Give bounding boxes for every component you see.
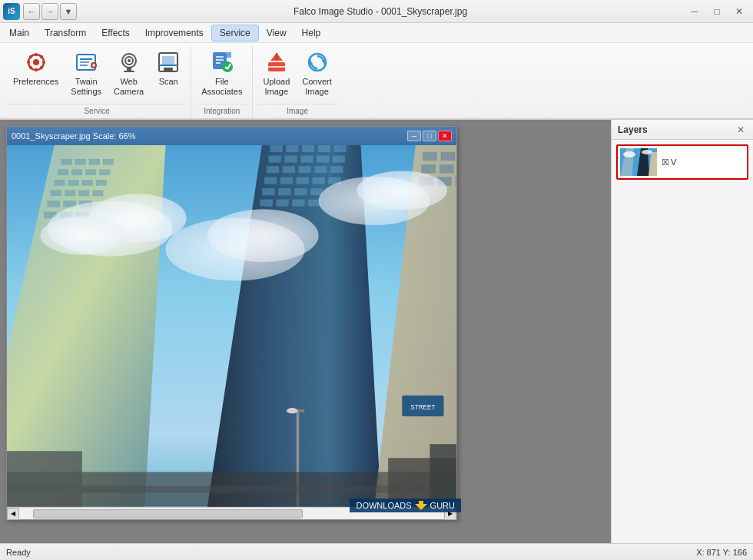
ribbon-group-image: UploadImage ConvertImage Image [253,46,341,118]
menu-transform[interactable]: Transform [37,25,94,41]
svg-rect-92 [276,200,288,207]
menu-main[interactable]: Main [2,25,37,41]
preferences-button[interactable]: Preferences [8,46,64,91]
canvas-area: 0001_Skyscraper.jpg Scale: 66% ─ □ ✕ [0,120,611,543]
svg-point-130 [623,151,635,157]
back-button[interactable]: ← [23,3,40,20]
layer-thumbnail [620,148,657,176]
convert-image-button[interactable]: ConvertImage [297,46,337,101]
skyscraper-image: STREET [7,145,456,507]
svg-rect-28 [227,52,231,58]
svg-text:STREET: STREET [410,404,435,411]
layers-header: Layers ✕ [612,120,753,140]
menu-improvements[interactable]: Improvements [138,25,211,41]
svg-rect-76 [333,156,345,163]
svg-rect-96 [423,152,436,161]
scan-label: Scan [159,77,178,87]
svg-rect-69 [302,145,314,152]
svg-rect-70 [318,145,330,152]
upload-icon [264,50,289,75]
svg-rect-56 [51,191,61,196]
layer-thumb-image [620,148,657,176]
menu-bar: Main Transform Effects Improvements Serv… [0,23,753,43]
document-title: 0001_Skyscraper.jpg Scale: 66% [12,131,135,141]
webcam-label: WebCamera [114,77,144,97]
svg-rect-101 [440,165,453,174]
forward-button[interactable]: → [41,3,58,20]
menu-service[interactable]: Service [211,25,259,41]
scrollbar-thumb[interactable] [33,509,303,519]
doc-maximize-button[interactable]: □ [423,131,436,141]
maximize-button[interactable]: □ [706,3,728,20]
menu-help[interactable]: Help [294,25,329,41]
layer-item[interactable]: ☒ V [616,144,748,180]
svg-rect-89 [294,188,307,195]
minimize-button[interactable]: ─ [684,3,705,20]
svg-rect-68 [286,145,298,152]
horizontal-scrollbar: ◀ ▶ [7,507,456,519]
window-controls: ─ □ ✕ [684,3,750,20]
scroll-left-button[interactable]: ◀ [7,508,19,520]
svg-rect-87 [262,188,274,195]
document-titlebar: 0001_Skyscraper.jpg Scale: 66% ─ □ ✕ [7,127,456,145]
file-associates-icon [210,50,234,75]
document-controls: ─ □ ✕ [407,131,452,141]
svg-point-112 [357,171,447,210]
svg-rect-83 [280,177,293,184]
ribbon-integration-items: FileAssociates [196,46,247,102]
doc-minimize-button[interactable]: ─ [407,131,421,141]
svg-rect-55 [96,181,107,186]
upload-label: UploadImage [263,77,290,97]
web-camera-button[interactable]: WebCamera [108,46,149,101]
svg-rect-91 [260,200,273,207]
layer-visibility[interactable]: ☒ V [662,157,676,167]
layers-close-button[interactable]: ✕ [735,124,747,136]
menu-dropdown-button[interactable]: ▼ [60,3,77,20]
convert-icon [305,50,330,75]
svg-rect-88 [278,188,290,195]
svg-rect-25 [164,68,173,71]
layers-panel: Layers ✕ ☒ V [611,120,753,543]
ribbon-group-service-items: Preferences TwainSettings [8,46,186,102]
nav-buttons: ← → ▼ [23,3,77,20]
svg-rect-84 [297,177,309,184]
twain-label: TwainSettings [71,77,101,97]
svg-point-32 [222,61,233,72]
ribbon-image-label: Image [257,104,337,118]
twain-icon [74,50,98,75]
ribbon: Preferences TwainSettings [0,43,753,120]
svg-rect-124 [430,445,456,507]
convert-label: ConvertImage [302,77,332,97]
svg-rect-78 [283,167,295,174]
menu-effects[interactable]: Effects [94,25,137,41]
ribbon-service-label: Service [8,104,186,118]
svg-rect-77 [267,167,279,174]
status-bar: Ready X: 871 Y: 166 [0,543,753,560]
scan-button[interactable]: Scan [151,46,186,91]
upload-image-button[interactable]: UploadImage [257,46,295,101]
svg-rect-21 [124,71,134,72]
twain-settings-button[interactable]: TwainSettings [65,46,107,101]
doc-close-button[interactable]: ✕ [438,131,452,141]
ribbon-image-items: UploadImage ConvertImage [257,46,337,102]
window-title: Falco Image Studio - 0001_Skyscraper.jpg [77,6,684,17]
svg-rect-46 [89,159,100,164]
svg-point-131 [642,150,652,154]
close-button[interactable]: ✕ [728,3,750,20]
svg-rect-75 [317,156,329,163]
file-associates-button[interactable]: FileAssociates [196,46,247,101]
svg-rect-67 [270,145,282,152]
status-coordinates: X: 871 Y: 166 [696,548,747,557]
svg-rect-80 [314,167,327,174]
main-area: 0001_Skyscraper.jpg Scale: 66% ─ □ ✕ [0,120,753,543]
layer-checkbox[interactable]: ☒ [662,157,669,167]
document-content: STREET [7,145,456,507]
svg-rect-44 [61,159,72,164]
svg-rect-81 [330,167,343,174]
svg-rect-23 [162,56,174,65]
svg-point-117 [287,408,297,413]
preferences-label: Preferences [13,77,58,87]
svg-rect-73 [284,156,297,163]
menu-view[interactable]: View [259,25,294,41]
scroll-right-button[interactable]: ▶ [444,508,456,520]
